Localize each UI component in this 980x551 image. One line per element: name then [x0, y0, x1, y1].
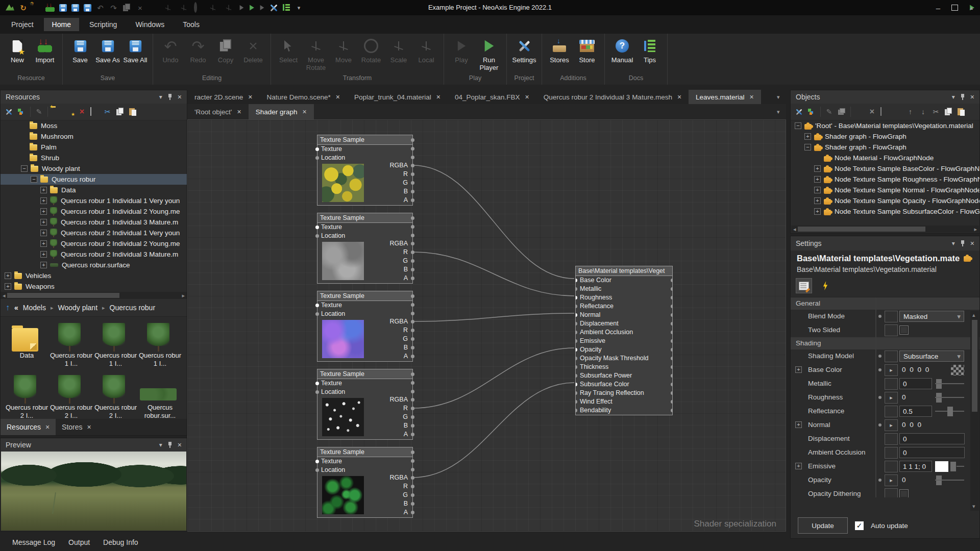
texture-sample-node[interactable]: Texture Sample Texture Location RGBA R G	[317, 135, 413, 206]
output-pin[interactable]	[411, 172, 414, 176]
tree-item[interactable]: + Quercus robur 1 Individual 2 Young.me	[1, 206, 187, 217]
rotate-button[interactable]: Rotate	[358, 37, 384, 64]
property-expander[interactable]: +	[795, 463, 802, 469]
material-output-pin[interactable]	[671, 331, 672, 334]
resources-tree-hscrollbar[interactable]: ◂ ▸	[1, 292, 187, 299]
tree-expander[interactable]: +	[40, 251, 47, 258]
output-pin[interactable]	[411, 138, 414, 142]
move-rotate-icon[interactable]	[164, 4, 171, 11]
manual-button[interactable]: ?Manual	[609, 37, 635, 64]
material-output-pin[interactable]	[671, 409, 672, 412]
scrollbar-thumb[interactable]	[798, 227, 925, 232]
document-tab[interactable]: Poplar_trunk_04.material ×	[347, 90, 448, 104]
property-button[interactable]	[885, 406, 898, 417]
run-player-icon[interactable]	[250, 5, 254, 10]
output-pin[interactable]	[411, 198, 414, 202]
sort-icon[interactable]	[17, 108, 26, 116]
play-button[interactable]: Play	[448, 37, 475, 64]
tree-item[interactable]: + Shader graph - FlowGraph	[791, 131, 979, 142]
tree-item[interactable]: − Shader graph - FlowGraph	[791, 142, 979, 153]
scrollbar-thumb[interactable]	[972, 320, 977, 412]
close-icon[interactable]: ×	[525, 94, 529, 100]
resource-thumbnail[interactable]: Quercus robur 2 I...	[93, 372, 138, 420]
displacement-input[interactable]: 0	[899, 433, 965, 444]
tree-item[interactable]: + Node Texture Sample SubsurfaceColor - …	[791, 206, 979, 217]
reflectance-input[interactable]: 0.5	[899, 406, 932, 417]
close-icon[interactable]: ×	[436, 94, 440, 100]
tree-expander[interactable]: +	[40, 208, 47, 215]
property-button[interactable]	[885, 311, 898, 322]
close-icon[interactable]: ×	[970, 240, 974, 246]
output-pin[interactable]	[411, 181, 414, 185]
input-pin[interactable]	[315, 226, 319, 229]
tree-expander[interactable]: −	[31, 176, 37, 183]
objects-tree-hscrollbar[interactable]: ◂ ▸	[791, 226, 979, 233]
input-pin[interactable]	[315, 382, 319, 385]
material-input-pin[interactable]	[576, 365, 577, 369]
redo-button[interactable]: ↷Redo	[185, 37, 211, 64]
paste-icon[interactable]	[957, 108, 966, 116]
property-button[interactable]	[885, 378, 898, 390]
property-expander[interactable]: +	[795, 366, 802, 373]
resource-thumbnail[interactable]: Data	[5, 320, 49, 368]
output-pin[interactable]	[411, 320, 414, 323]
document-tab[interactable]: Leaves.material ×	[689, 90, 761, 104]
ambient-occlusion-input[interactable]: 0	[899, 447, 965, 458]
texture-sample-node[interactable]: Texture Sample Texture Location RGBA R G	[317, 369, 413, 440]
node-title[interactable]: Texture Sample	[317, 213, 412, 223]
shading-model-dropdown[interactable]: Subsurface	[899, 350, 964, 362]
tree-item[interactable]: + Quercus robur 2 Individual 3 Mature.m	[1, 249, 187, 260]
texture-sample-node[interactable]: Texture Sample Texture Location RGBA R G	[317, 213, 413, 284]
scroll-up-icon[interactable]: ▴	[972, 312, 975, 318]
material-output-pin[interactable]	[671, 279, 672, 282]
menu-item[interactable]: Tools	[175, 18, 208, 31]
material-input-pin[interactable]	[576, 391, 577, 395]
document-tabs-dropdown-icon[interactable]: ▾	[777, 94, 780, 101]
scroll-left-icon[interactable]: ◂	[791, 226, 796, 233]
save-icon[interactable]	[59, 4, 67, 12]
texture-preview[interactable]	[322, 242, 364, 280]
chevron-down-icon[interactable]: ▾	[952, 240, 955, 247]
texture-preview[interactable]	[322, 398, 364, 436]
tree-item[interactable]: + Node Texture Sample BaseColor - FlowGr…	[791, 163, 979, 174]
output-pin[interactable]	[411, 398, 414, 402]
material-input-pin[interactable]	[576, 348, 577, 352]
tree-item[interactable]: Moss	[1, 120, 187, 131]
output-pin[interactable]	[411, 415, 414, 419]
move-down-icon[interactable]: ↓	[919, 108, 927, 116]
material-input-pin[interactable]	[576, 357, 577, 360]
tree-item[interactable]: + Quercus robur 2 Individual 1 Very youn	[1, 228, 187, 238]
tree-expander[interactable]: +	[804, 133, 811, 140]
copy-button[interactable]: Copy	[212, 37, 239, 64]
metallic-slider[interactable]	[935, 379, 964, 389]
play-icon[interactable]	[240, 5, 244, 10]
material-output-pin[interactable]	[671, 400, 672, 404]
node-title[interactable]: Texture Sample	[317, 369, 412, 379]
shader-graph-canvas[interactable]: Texture Sample Texture Location RGBA R G	[187, 119, 786, 532]
tree-item[interactable]: + Weapons	[1, 281, 187, 292]
pin-icon[interactable]	[961, 240, 965, 246]
material-input-pin[interactable]	[576, 339, 577, 343]
menu-item[interactable]: Windows	[127, 18, 173, 31]
material-output-pin[interactable]	[671, 339, 672, 343]
material-input-pin[interactable]	[576, 313, 577, 317]
sort-icon[interactable]	[807, 108, 816, 116]
preview-panel-header[interactable]: Preview ▾ ×	[1, 438, 187, 452]
move-button[interactable]: Move	[330, 37, 357, 64]
tree-expander[interactable]: +	[40, 187, 47, 193]
tree-expander[interactable]: +	[40, 230, 47, 236]
material-output-pin[interactable]	[671, 391, 672, 395]
close-icon[interactable]: ×	[87, 424, 91, 430]
resource-thumbnail[interactable]: Quercus robur 1 I...	[93, 320, 138, 368]
material-input-pin[interactable]	[576, 287, 577, 291]
texture-sample-node[interactable]: Texture Sample Texture Location RGBA R G	[317, 291, 413, 362]
delete-icon[interactable]: ×	[78, 108, 86, 116]
rename-icon[interactable]	[90, 107, 91, 116]
resource-thumbnail[interactable]: Quercus robur 1 I...	[49, 320, 93, 368]
material-output-pin[interactable]	[671, 348, 672, 352]
material-output-pin[interactable]	[671, 357, 672, 360]
property-button[interactable]	[885, 350, 898, 362]
output-pin[interactable]	[411, 268, 414, 271]
base-color-swatch[interactable]	[951, 365, 964, 375]
tree-expander[interactable]: −	[804, 144, 811, 151]
